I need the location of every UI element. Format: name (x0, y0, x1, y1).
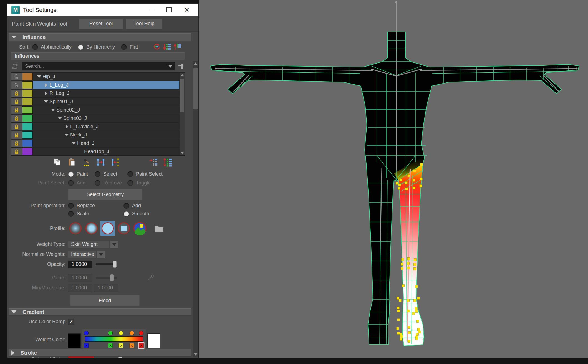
ramp-stop-handle[interactable] (129, 331, 134, 335)
refresh-influences-icon[interactable] (152, 43, 161, 51)
tree-row-hip[interactable]: Hip_J (11, 73, 185, 81)
move-weights-to-vertices-icon[interactable] (111, 158, 120, 167)
joint-color-swatch[interactable] (22, 73, 33, 80)
expand-arrow-icon[interactable] (65, 125, 69, 129)
ramp-stop-delete[interactable] (84, 343, 89, 348)
sort-alphabetically[interactable]: Alphabetically (32, 44, 72, 50)
ramp-stop-delete[interactable] (129, 343, 134, 348)
normalize-weights-dropdown-icon[interactable] (97, 251, 105, 258)
use-color-ramp-checkbox[interactable]: ✓ (68, 318, 74, 325)
expand-list-icon[interactable] (163, 43, 171, 51)
ramp-stop-delete[interactable] (119, 343, 123, 348)
stroke-section-header[interactable]: Stroke (9, 349, 191, 357)
lock-toggle[interactable] (11, 123, 22, 130)
expand-arrow-icon[interactable] (51, 108, 55, 112)
sync-icon[interactable] (11, 62, 19, 70)
gradient-section-header[interactable]: Gradient (9, 308, 191, 316)
joint-color-swatch[interactable] (22, 131, 33, 139)
scroll-up-icon[interactable] (193, 61, 198, 66)
minimize-button[interactable] (142, 4, 160, 16)
mode-paint[interactable]: Paint (68, 171, 95, 177)
joint-color-swatch[interactable] (22, 81, 33, 89)
pin-icon[interactable] (178, 63, 185, 70)
tree-row-l-clavicle[interactable]: L_Clavicle_J (11, 123, 185, 131)
brush-soft[interactable] (84, 221, 99, 236)
expand-arrow-icon[interactable] (44, 100, 48, 104)
select-geometry-button[interactable]: Select Geometry (68, 189, 142, 200)
tree-row-spine02[interactable]: Spine02_J (11, 106, 185, 114)
search-dropdown-icon[interactable] (168, 65, 173, 68)
expand-arrow-icon[interactable] (65, 133, 69, 137)
expand-arrow-icon[interactable] (44, 83, 48, 87)
tree-row-headtop[interactable]: HeadTop_J (11, 148, 185, 156)
brush-image[interactable] (132, 221, 147, 236)
sort-influences-list-icon[interactable] (163, 158, 172, 167)
tree-scroll-thumb[interactable] (180, 79, 184, 112)
ramp-stop-handle[interactable] (84, 331, 89, 335)
ramp-stop-handle[interactable] (139, 331, 143, 335)
lock-toggle[interactable] (11, 131, 22, 139)
mode-paint-select[interactable]: Paint Select (127, 171, 163, 177)
paint-op-add[interactable]: Add (123, 203, 141, 209)
expand-arrow-icon[interactable] (72, 141, 76, 146)
mode-select[interactable]: Select (95, 171, 127, 177)
color-ramp-widget[interactable] (82, 329, 146, 350)
influences-tree[interactable]: Hip_J L_Leg_J R_Le (11, 72, 185, 156)
ramp-right-color-swatch[interactable] (147, 333, 160, 348)
lock-toggle[interactable] (11, 106, 22, 114)
joint-color-swatch[interactable] (22, 98, 33, 105)
paint-op-replace[interactable]: Replace (68, 203, 95, 209)
lock-toggle[interactable] (11, 115, 22, 122)
brush-gaussian[interactable] (68, 221, 83, 236)
expand-arrow-icon[interactable] (58, 116, 62, 121)
tree-row-l-leg[interactable]: L_Leg_J (11, 81, 185, 89)
paste-weights-icon[interactable] (67, 158, 76, 167)
joint-color-swatch[interactable] (22, 115, 33, 122)
collapse-list-icon[interactable] (173, 43, 182, 51)
brush-solid[interactable] (100, 221, 115, 236)
expand-arrow-icon[interactable] (44, 91, 48, 96)
paint-op-smooth[interactable]: Smooth (123, 211, 149, 217)
scroll-down-icon[interactable] (193, 352, 198, 357)
copy-weights-icon[interactable] (53, 158, 62, 167)
panel-scroll-thumb[interactable] (193, 68, 198, 109)
show-influenced-vertices-icon[interactable] (149, 158, 158, 167)
ramp-stop-delete[interactable] (108, 343, 113, 348)
sort-by-hierarchy[interactable]: By Hierarchy (78, 44, 115, 50)
weight-type-dropdown-icon[interactable] (110, 241, 118, 248)
flood-button[interactable]: Flood (70, 295, 140, 306)
tool-help-button[interactable]: Tool Help (126, 19, 162, 29)
gradient-ramp-bar[interactable] (85, 336, 143, 342)
tree-scrollbar[interactable] (179, 73, 185, 155)
lock-toggle[interactable] (11, 98, 22, 105)
influence-section-header[interactable]: Influence (9, 33, 191, 41)
tree-row-spine03[interactable]: Spine03_J (11, 114, 185, 123)
ramp-stop-handle[interactable] (119, 331, 123, 335)
lock-toggle[interactable] (11, 140, 22, 147)
lock-toggle[interactable] (11, 73, 22, 80)
move-weights-icon[interactable] (96, 158, 105, 167)
reset-tool-button[interactable]: Reset Tool (79, 19, 123, 29)
lock-toggle[interactable] (11, 81, 22, 89)
ramp-stop-handle[interactable] (108, 331, 113, 335)
ramp-stop-delete-selected[interactable] (139, 343, 143, 348)
joint-color-swatch[interactable] (22, 140, 33, 147)
browse-folder-icon[interactable] (155, 224, 164, 232)
viewport-3d[interactable] (199, 0, 588, 358)
brush-square[interactable] (116, 221, 131, 236)
normalize-weights-select[interactable]: Interactive (68, 251, 96, 258)
scroll-up-icon[interactable] (180, 73, 185, 78)
opacity-slider[interactable] (96, 263, 117, 265)
lock-toggle[interactable] (11, 90, 22, 97)
tree-row-head[interactable]: Head_J (11, 139, 185, 148)
weight-type-select[interactable]: Skin Weight (68, 241, 110, 248)
tree-row-r-leg[interactable]: R_Leg_J (11, 89, 185, 98)
lock-toggle[interactable] (11, 148, 22, 155)
window-titlebar[interactable]: M Tool Settings ✕ (7, 4, 198, 16)
maximize-button[interactable] (160, 4, 178, 16)
joint-color-swatch[interactable] (22, 123, 33, 130)
joint-color-swatch[interactable] (22, 90, 33, 97)
joint-color-swatch[interactable] (22, 148, 33, 155)
joint-color-swatch[interactable] (22, 106, 33, 114)
tree-row-neck[interactable]: Neck_J (11, 131, 185, 139)
